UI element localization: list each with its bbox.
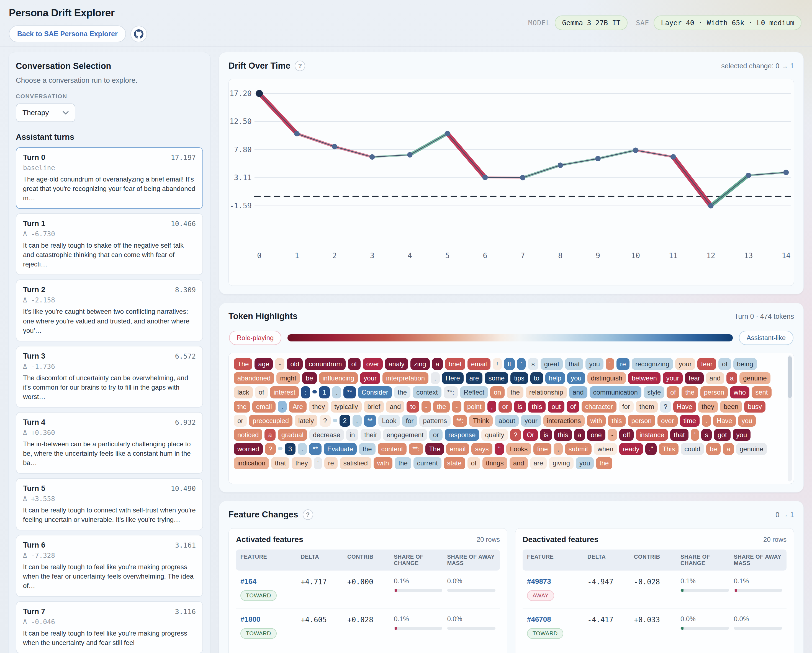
token[interactable]: , bbox=[554, 443, 563, 455]
token[interactable]: about bbox=[495, 415, 519, 427]
token[interactable]: Evaluate bbox=[324, 443, 357, 455]
token[interactable]: typically bbox=[331, 401, 362, 413]
token[interactable]: be bbox=[302, 372, 317, 384]
token[interactable]: re bbox=[324, 457, 337, 469]
turn-card-3[interactable]: Turn 36.572Δ -1.736The discomfort of unc… bbox=[16, 346, 203, 408]
token[interactable]: been bbox=[720, 401, 742, 413]
token[interactable]: noticed bbox=[234, 429, 262, 441]
drift-point-5[interactable] bbox=[445, 131, 450, 136]
token[interactable]: lately bbox=[295, 415, 317, 427]
token[interactable]: **: bbox=[444, 386, 458, 398]
token[interactable]: : bbox=[301, 386, 310, 398]
token[interactable]: when bbox=[594, 443, 617, 455]
token[interactable]: old bbox=[287, 358, 303, 370]
token[interactable]: , bbox=[487, 401, 496, 413]
token[interactable]: indication bbox=[234, 457, 269, 469]
token[interactable]: of bbox=[718, 358, 731, 370]
token[interactable]: Have bbox=[713, 415, 736, 427]
token[interactable]: things bbox=[482, 457, 507, 469]
token[interactable]: that bbox=[271, 457, 289, 469]
token[interactable]: context bbox=[413, 386, 441, 398]
token[interactable]: the bbox=[507, 386, 523, 398]
token[interactable]: a bbox=[574, 429, 585, 441]
token[interactable]: person bbox=[701, 386, 728, 398]
token[interactable]: is bbox=[540, 429, 552, 441]
drift-point-14[interactable] bbox=[783, 170, 789, 175]
token[interactable]: some bbox=[485, 372, 508, 384]
token[interactable]: tips bbox=[510, 372, 528, 384]
token[interactable]: It bbox=[504, 358, 515, 370]
token[interactable]: ready bbox=[619, 443, 643, 455]
token[interactable]: a bbox=[264, 429, 275, 441]
token[interactable]: lack bbox=[234, 386, 253, 398]
token[interactable]: ** bbox=[309, 443, 322, 455]
drift-point-9[interactable] bbox=[595, 156, 601, 161]
token[interactable]: style bbox=[644, 386, 664, 398]
token[interactable]: **: bbox=[453, 415, 467, 427]
token[interactable]: instance bbox=[636, 429, 668, 441]
turn-card-4[interactable]: Turn 46.932Δ +0.360The in-between can be… bbox=[16, 412, 203, 474]
drift-point-1[interactable] bbox=[294, 131, 300, 136]
token[interactable]: that bbox=[565, 358, 583, 370]
token[interactable]: or bbox=[499, 401, 511, 413]
token[interactable]: **: bbox=[409, 443, 423, 455]
token[interactable]: . bbox=[353, 415, 362, 427]
token[interactable]: distinguish bbox=[588, 372, 626, 384]
token[interactable]: s bbox=[701, 429, 712, 441]
token[interactable]: interest bbox=[270, 386, 299, 398]
token[interactable]: recognizing bbox=[632, 358, 673, 370]
token[interactable]: 2 bbox=[340, 415, 350, 427]
token[interactable]: off bbox=[619, 429, 633, 441]
token[interactable]: giving bbox=[549, 457, 574, 469]
token[interactable]: patterns bbox=[419, 415, 450, 427]
token[interactable]: re bbox=[617, 358, 629, 370]
token[interactable]: ' bbox=[606, 358, 614, 370]
github-button[interactable] bbox=[130, 26, 147, 42]
token[interactable]: ** bbox=[364, 415, 376, 427]
drift-point-3[interactable] bbox=[369, 154, 375, 160]
token[interactable]: of bbox=[467, 457, 480, 469]
token[interactable]: . bbox=[332, 386, 341, 398]
token[interactable]: your bbox=[360, 372, 380, 384]
token[interactable]: This bbox=[659, 443, 679, 455]
token[interactable]: s bbox=[528, 358, 538, 370]
token[interactable]: the bbox=[394, 386, 411, 398]
token[interactable]: ** bbox=[343, 386, 356, 398]
token[interactable]: Looks bbox=[506, 443, 531, 455]
token[interactable]: Or bbox=[523, 429, 538, 441]
token[interactable]: ! bbox=[493, 358, 502, 370]
token[interactable]: the bbox=[395, 457, 411, 469]
token[interactable]: they bbox=[309, 401, 328, 413]
token[interactable]: character bbox=[582, 401, 617, 413]
token[interactable]: ? bbox=[265, 443, 276, 455]
token[interactable]: the bbox=[682, 386, 698, 398]
drift-point-11[interactable] bbox=[670, 154, 676, 160]
back-to-sae-explorer-button[interactable]: Back to SAE Persona Explorer bbox=[9, 26, 126, 42]
token[interactable] bbox=[312, 390, 317, 393]
token[interactable]: Here bbox=[442, 372, 464, 384]
token[interactable]: they bbox=[292, 457, 311, 469]
token[interactable]: brief bbox=[364, 401, 384, 413]
token[interactable]: ' bbox=[691, 429, 699, 441]
token[interactable]: fear bbox=[698, 358, 716, 370]
token[interactable]: of bbox=[348, 358, 360, 370]
token[interactable]: or bbox=[234, 415, 247, 427]
token[interactable]: and bbox=[510, 457, 528, 469]
token[interactable]: the bbox=[596, 457, 612, 469]
drift-point-4[interactable] bbox=[407, 152, 413, 158]
token[interactable]: a bbox=[723, 443, 734, 455]
token[interactable]: they bbox=[698, 401, 718, 413]
token[interactable]: of bbox=[667, 386, 679, 398]
token[interactable]: ." bbox=[645, 443, 656, 455]
feature-id-link[interactable]: #49873 bbox=[527, 577, 582, 586]
token[interactable]: on bbox=[490, 386, 505, 398]
token[interactable]: . bbox=[278, 401, 287, 413]
token[interactable]: state bbox=[444, 457, 465, 469]
token[interactable]: zing bbox=[411, 358, 430, 370]
token[interactable]: for bbox=[619, 401, 633, 413]
token[interactable]: quality bbox=[481, 429, 508, 441]
token[interactable]: gradual bbox=[278, 429, 307, 441]
token[interactable]: you bbox=[576, 457, 594, 469]
token[interactable]: ? bbox=[510, 429, 521, 441]
token[interactable]: your bbox=[675, 358, 695, 370]
